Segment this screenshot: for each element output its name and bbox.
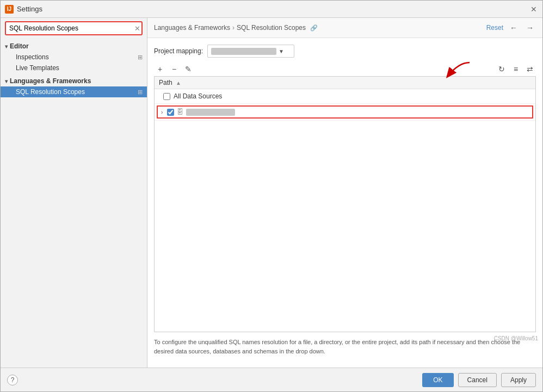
right-panel: Languages & Frameworks › SQL Resolution … xyxy=(147,18,542,368)
sidebar-item-inspections[interactable]: Inspections ⊞ xyxy=(1,52,147,63)
add-button[interactable]: + xyxy=(154,63,166,75)
search-clear-icon[interactable]: ✕ xyxy=(134,24,140,33)
column-path-header[interactable]: Path ▲ xyxy=(155,77,535,89)
data-table: Path ▲ All Data S xyxy=(155,77,535,121)
row-checkbox[interactable] xyxy=(167,109,174,116)
sidebar-section-editor: ▾ Editor Inspections ⊞ Live Templates xyxy=(1,41,147,73)
table-toolbar: + − ✎ ↻ ≡ ⇄ xyxy=(154,63,536,75)
sidebar-section-languages: ▾ Languages & Frameworks SQL Resolution … xyxy=(1,76,147,97)
sidebar: ✕ ▾ Editor Inspections ⊞ Live Templates xyxy=(1,18,147,368)
row-blurred-text xyxy=(186,109,235,116)
header-actions: Reset ← → xyxy=(486,22,536,33)
close-button[interactable]: ✕ xyxy=(529,5,538,14)
project-mapping-label: Project mapping: xyxy=(154,47,203,55)
sidebar-item-live-templates[interactable]: Live Templates xyxy=(1,63,147,73)
sort-indicator: ▲ xyxy=(176,80,181,86)
panel-content: Project mapping: ▼ xyxy=(147,38,542,368)
search-input[interactable] xyxy=(5,21,143,35)
bottom-bar: ? OK Cancel Apply xyxy=(1,368,542,391)
highlighted-table-row: › 🗄 xyxy=(155,104,535,121)
all-data-sources-checkbox[interactable] xyxy=(163,93,170,100)
all-data-sources-row: All Data Sources xyxy=(159,91,531,102)
sidebar-group-languages[interactable]: ▾ Languages & Frameworks xyxy=(1,76,147,86)
nav-back-button[interactable]: ← xyxy=(508,22,520,33)
remove-button[interactable]: − xyxy=(168,63,180,75)
breadcrumb-separator: › xyxy=(232,24,235,32)
sidebar-group-editor[interactable]: ▾ Editor xyxy=(1,41,147,52)
window-title: Settings xyxy=(17,5,42,13)
toolbar-left: + − ✎ xyxy=(154,63,194,75)
edit-button[interactable]: ✎ xyxy=(182,63,194,75)
refresh-button[interactable]: ↻ xyxy=(496,63,508,75)
project-mapping-dropdown[interactable]: ▼ xyxy=(207,45,294,58)
settings-icon: ⊞ xyxy=(138,54,143,61)
settings-window: IJ Settings ✕ ✕ ▾ Editor Inspections xyxy=(0,0,543,392)
cancel-button[interactable]: Cancel xyxy=(458,373,497,387)
sidebar-group-languages-label: Languages & Frameworks xyxy=(10,77,91,85)
db-icon: 🗄 xyxy=(177,108,183,116)
reset-link[interactable]: Reset xyxy=(486,24,503,32)
info-text: To configure the unqualified SQL names r… xyxy=(154,332,536,361)
breadcrumb-link-icon: 🔗 xyxy=(310,24,318,32)
help-button[interactable]: ? xyxy=(7,375,18,385)
app-icon: IJ xyxy=(5,5,14,14)
title-bar: IJ Settings ✕ xyxy=(1,1,542,18)
ok-button[interactable]: OK xyxy=(422,373,453,387)
settings-icon-2: ⊞ xyxy=(138,89,143,96)
action-buttons: OK Cancel Apply xyxy=(422,373,536,387)
breadcrumb: Languages & Frameworks › SQL Resolution … xyxy=(154,24,318,32)
watermark: CSDN @Willow51 xyxy=(494,335,538,341)
all-data-sources-label: All Data Sources xyxy=(174,92,222,100)
nav-forward-button[interactable]: → xyxy=(524,22,536,33)
breadcrumb-part2: SQL Resolution Scopes xyxy=(237,24,306,32)
search-box: ✕ xyxy=(5,21,143,35)
chevron-down-icon-2: ▾ xyxy=(5,78,8,84)
main-content: ✕ ▾ Editor Inspections ⊞ Live Templates xyxy=(1,18,542,368)
project-mapping-row: Project mapping: ▼ xyxy=(154,45,536,58)
apply-button[interactable]: Apply xyxy=(501,373,536,387)
sidebar-item-inspections-label: Inspections xyxy=(16,53,49,61)
sidebar-item-live-templates-label: Live Templates xyxy=(16,64,59,72)
table-row: All Data Sources xyxy=(155,89,535,104)
tree-expand-icon[interactable]: › xyxy=(161,109,163,115)
highlighted-row-wrapper: › 🗄 xyxy=(157,105,533,119)
sidebar-group-editor-label: Editor xyxy=(10,42,29,50)
breadcrumb-part1: Languages & Frameworks xyxy=(154,24,230,32)
title-bar-left: IJ Settings xyxy=(5,5,42,14)
project-mapping-blurred xyxy=(211,48,276,55)
toolbar-right: ↻ ≡ ⇄ xyxy=(496,63,536,75)
data-table-container: Path ▲ All Data S xyxy=(154,76,536,332)
sidebar-item-sql-label: SQL Resolution Scopes xyxy=(16,88,85,96)
chevron-down-icon: ▾ xyxy=(5,43,8,49)
dropdown-arrow-icon: ▼ xyxy=(279,48,284,54)
sort-custom-button[interactable]: ⇄ xyxy=(524,63,536,75)
sort-az-button[interactable]: ≡ xyxy=(510,63,522,75)
sidebar-item-sql-resolution[interactable]: SQL Resolution Scopes ⊞ xyxy=(1,86,147,97)
panel-header: Languages & Frameworks › SQL Resolution … xyxy=(147,18,542,38)
